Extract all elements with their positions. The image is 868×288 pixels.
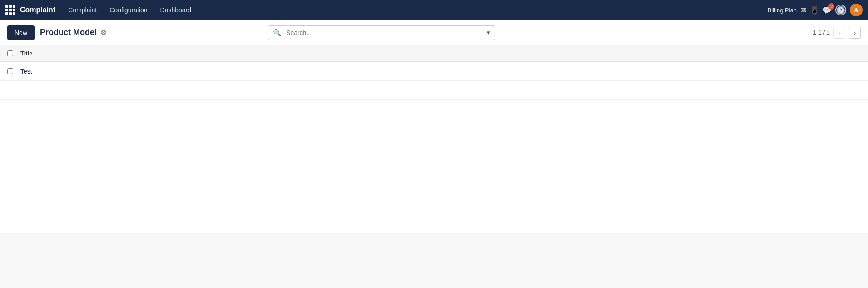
empty-row <box>0 157 868 176</box>
nav-link-configuration[interactable]: Configuration <box>104 4 153 16</box>
empty-row <box>0 119 868 138</box>
empty-row <box>0 100 868 119</box>
search-icon: 🔍 <box>268 29 286 37</box>
empty-rows <box>0 81 868 233</box>
search-input[interactable] <box>286 26 482 40</box>
table-row: Test <box>0 62 868 81</box>
empty-row <box>0 214 868 233</box>
settings-gear-icon[interactable]: ⚙ <box>100 29 106 37</box>
table-header: Title <box>0 45 868 62</box>
empty-row <box>0 195 868 214</box>
title-column-header: Title <box>20 50 33 57</box>
email-icon[interactable]: ✉ <box>800 6 806 15</box>
empty-row <box>0 138 868 157</box>
navbar: Complaint Complaint Configuration Dashbo… <box>0 0 868 20</box>
whatsapp-icon[interactable]: 📱 <box>810 6 819 15</box>
row-title[interactable]: Test <box>20 68 32 75</box>
search-container: 🔍 ▾ <box>268 25 495 40</box>
user-avatar[interactable]: A <box>850 4 863 16</box>
pagination: 1-1 / 1 ‹ › <box>813 27 861 39</box>
brand-name: Complaint <box>20 6 55 14</box>
nav-right: Billing Plan ✉ 📱 💬 3 🕐 A <box>768 4 863 16</box>
page-title-container: Product Model ⚙ <box>40 28 106 37</box>
new-button[interactable]: New <box>7 25 35 40</box>
pagination-next-button[interactable]: › <box>849 27 861 39</box>
billing-plan-label: Billing Plan <box>768 7 797 14</box>
pagination-prev-button[interactable]: ‹ <box>833 27 845 39</box>
grid-apps-icon[interactable] <box>5 5 15 15</box>
page-title-text: Product Model <box>40 28 97 37</box>
clock-icon[interactable]: 🕐 <box>835 5 846 15</box>
chat-icon[interactable]: 💬 3 <box>823 6 832 15</box>
empty-row <box>0 81 868 100</box>
table-area: Title Test <box>0 45 868 233</box>
select-all-checkbox[interactable] <box>7 50 13 56</box>
navbar-brand: Complaint <box>5 5 55 15</box>
nav-link-complaint[interactable]: Complaint <box>63 4 102 16</box>
content-header: New Product Model ⚙ 🔍 ▾ 1-1 / 1 ‹ › <box>0 20 868 45</box>
nav-link-dashboard[interactable]: Dashboard <box>155 4 197 16</box>
search-dropdown-button[interactable]: ▾ <box>482 26 495 39</box>
nav-links: Complaint Configuration Dashboard <box>63 4 760 16</box>
row-checkbox[interactable] <box>7 68 13 74</box>
search-input-wrapper: 🔍 ▾ <box>268 25 495 40</box>
empty-row <box>0 176 868 195</box>
chat-badge: 3 <box>828 3 834 10</box>
pagination-label: 1-1 / 1 <box>813 29 830 36</box>
